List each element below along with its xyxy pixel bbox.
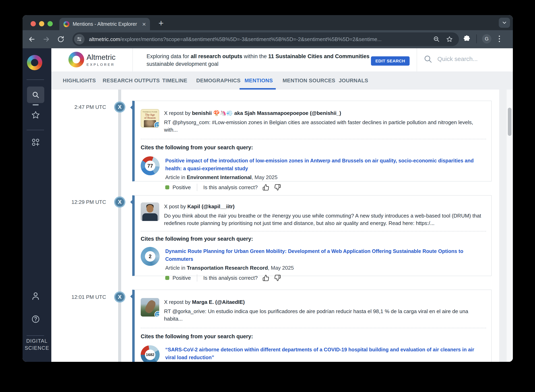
thumbs-up-button[interactable] — [263, 184, 269, 191]
star-icon — [446, 36, 453, 43]
star-icon — [31, 111, 40, 119]
altmetric-favicon — [63, 21, 70, 27]
edit-search-button[interactable]: EDIT SEARCH — [371, 56, 410, 65]
altmetric-score-donut[interactable]: 1682 — [141, 345, 160, 362]
sentiment-label: Positive — [173, 184, 191, 191]
tab-strip: Mentions - Altmetric Explorer × + — [23, 15, 513, 30]
thumbs-down-button[interactable] — [274, 184, 281, 191]
sidebar-item-help[interactable] — [31, 315, 40, 324]
forward-button[interactable] — [42, 35, 51, 44]
altmetric-score-donut[interactable]: 2 — [141, 247, 160, 266]
altmetric-score-donut[interactable]: 77 — [141, 156, 160, 175]
cites-label: Cites the following from your search que… — [141, 145, 486, 151]
tab-demographics[interactable]: DEMOGRAPHICS — [196, 77, 240, 84]
forward-arrow-icon — [44, 37, 48, 41]
mention-timestamp: 12:01 PM UTC — [63, 294, 106, 300]
quick-search-icon — [424, 55, 432, 63]
author-avatar[interactable] — [141, 202, 159, 221]
x-platform-badge: X — [114, 101, 125, 113]
extensions-puzzle-icon[interactable] — [463, 35, 471, 43]
tab-highlights[interactable]: HIGHLIGHTS — [63, 77, 96, 84]
analysis-question: Is this analysis correct? — [203, 184, 258, 191]
tab-mention-sources[interactable]: MENTION SOURCES — [283, 77, 335, 84]
card-notch — [130, 103, 135, 112]
digital-science-logo: DIGITAL — [23, 338, 51, 344]
paper-meta: Article in Environment International, Ma… — [165, 174, 479, 181]
search-icon — [32, 91, 39, 99]
quick-search-input[interactable] — [437, 56, 510, 62]
active-tab-underline — [239, 88, 276, 89]
new-tab-button[interactable]: + — [155, 18, 167, 29]
x-logo-icon: X — [115, 198, 124, 206]
paper-title-link[interactable]: “SARS-CoV-2 airborne detection within di… — [165, 346, 479, 361]
tab-research-outputs[interactable]: RESEARCH OUTPUTS — [103, 77, 160, 84]
repost-icon — [156, 123, 159, 127]
apps-add-icon — [31, 138, 40, 146]
site-controls-button[interactable] — [74, 34, 84, 44]
sidebar-item-account[interactable] — [31, 291, 40, 301]
mention-byline: X repost by Marga E. (@AitaedIE) — [164, 299, 486, 306]
sidebar-divider — [27, 130, 44, 130]
close-window-button[interactable] — [31, 21, 36, 26]
paper-title-link[interactable]: Positive impact of the introduction of l… — [165, 157, 479, 173]
toolbar-divider — [476, 34, 477, 43]
tab-journals[interactable]: JOURNALS — [339, 77, 368, 84]
sidebar-item-search[interactable] — [27, 87, 44, 103]
thumbs-up-button[interactable] — [263, 275, 269, 281]
x-platform-badge: X — [114, 291, 125, 303]
card-notch — [130, 198, 135, 206]
author-avatar[interactable]: THOMAS PAINE The Ageof Reason — [141, 109, 159, 128]
thumbs-down-button[interactable] — [274, 275, 281, 281]
tab-mentions[interactable]: MENTIONS — [244, 77, 273, 84]
repost-badge — [154, 311, 159, 317]
sidebar-item-saved[interactable] — [31, 111, 40, 119]
reload-button[interactable] — [56, 35, 65, 44]
profile-avatar[interactable]: G — [482, 34, 491, 43]
browser-tab[interactable]: Mentions - Altmetric Explorer × — [59, 18, 150, 30]
bookmark-button[interactable] — [446, 36, 453, 43]
x-logo-icon: X — [115, 293, 124, 301]
sentiment-swatch — [165, 276, 169, 280]
x-platform-badge: X — [114, 196, 125, 208]
digital-science-logo: SCIENCE — [23, 345, 51, 351]
mention-card: X repost by Marga E. (@AitaedIE) RT @gor… — [132, 289, 492, 362]
author-avatar[interactable] — [141, 298, 159, 317]
user-icon — [31, 291, 40, 301]
url-bar[interactable]: altmetric.com/explorer/mentions?scope=al… — [72, 33, 459, 46]
help-icon — [31, 315, 40, 324]
mention-body: RT @gorka_orive: Un estudio indica que l… — [164, 308, 486, 322]
mention-card: THOMAS PAINE The Ageof Reason X repost b… — [132, 101, 492, 182]
minimize-window-button[interactable] — [39, 21, 44, 26]
close-tab-icon[interactable]: × — [142, 21, 146, 27]
url-text[interactable]: altmetric.com/explorer/mentions?scope=al… — [89, 36, 433, 42]
sidebar-item-apps[interactable] — [31, 138, 40, 146]
fullscreen-window-button[interactable] — [47, 21, 53, 26]
sentiment-label: Positive — [173, 275, 191, 281]
scrollbar-thumb[interactable] — [508, 108, 512, 136]
sidebar-divider — [27, 336, 44, 336]
paper-title-link[interactable]: Dynamic Route Planning for Urban Green M… — [165, 247, 479, 263]
altmetric-score: 1682 — [145, 350, 155, 360]
browser-toolbar: altmetric.com/explorer/mentions?scope=al… — [23, 30, 513, 48]
content-right-margin — [499, 89, 507, 362]
altmetric-explorer-logo[interactable] — [68, 52, 84, 67]
tab-search-button[interactable] — [499, 18, 510, 28]
zoom-out-icon — [433, 36, 440, 43]
page-header: Altmetric EXPLORER Exploring data for al… — [51, 48, 513, 71]
search-scope-description: Exploring data for all research outputs … — [146, 52, 369, 68]
app-sidebar: DIGITAL SCIENCE — [23, 48, 51, 362]
back-button[interactable] — [27, 35, 36, 44]
cites-label: Cites the following from your search que… — [141, 236, 486, 242]
zoom-indicator-button[interactable] — [433, 36, 440, 43]
sentiment-divider — [197, 184, 197, 191]
header-divider — [417, 48, 417, 71]
header-divider — [132, 48, 133, 71]
sidebar-divider — [27, 79, 44, 80]
altmetric-logo-icon[interactable] — [27, 55, 42, 70]
tab-timeline[interactable]: TIMELINE — [162, 77, 187, 84]
mention-byline: X post by Kapil (@kapil__iitr) — [164, 203, 484, 210]
browser-window: Mentions - Altmetric Explorer × + altmet… — [23, 15, 513, 362]
sentiment-swatch — [165, 185, 169, 189]
browser-menu-button[interactable] — [495, 34, 504, 43]
brand-name: Altmetric — [87, 53, 116, 62]
